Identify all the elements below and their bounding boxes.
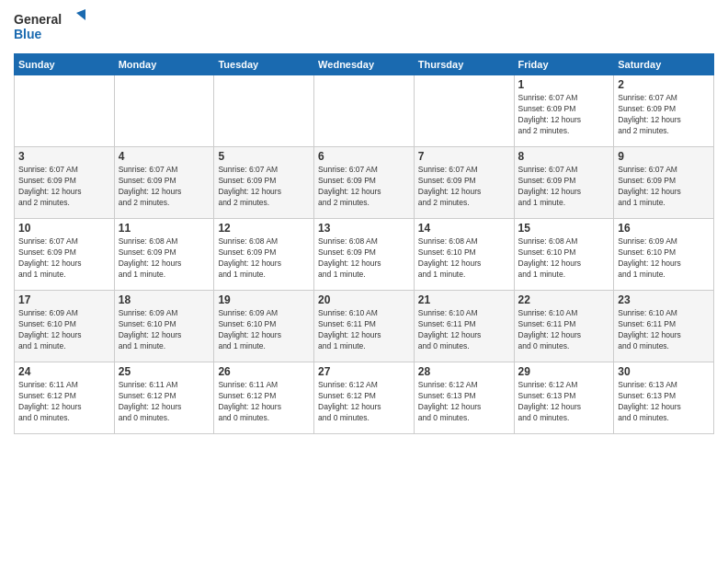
week-row-3: 17Sunrise: 6:09 AMSunset: 6:10 PMDayligh… [15, 291, 714, 362]
day-info: Sunrise: 6:07 AMSunset: 6:09 PMDaylight:… [119, 165, 210, 209]
day-number: 19 [218, 293, 310, 306]
calendar-cell: 30Sunrise: 6:13 AMSunset: 6:13 PMDayligh… [614, 362, 714, 434]
day-number: 16 [618, 222, 710, 235]
calendar-cell: 26Sunrise: 6:11 AMSunset: 6:12 PMDayligh… [214, 362, 314, 434]
day-number: 25 [119, 365, 210, 378]
logo-svg: General Blue [14, 9, 87, 46]
calendar-cell: 10Sunrise: 6:07 AMSunset: 6:09 PMDayligh… [15, 219, 115, 291]
calendar-cell: 19Sunrise: 6:09 AMSunset: 6:10 PMDayligh… [214, 291, 314, 362]
calendar-cell: 22Sunrise: 6:10 AMSunset: 6:11 PMDayligh… [514, 291, 614, 362]
day-number: 2 [618, 78, 710, 91]
calendar-cell [414, 75, 514, 147]
week-row-0: 1Sunrise: 6:07 AMSunset: 6:09 PMDaylight… [15, 75, 714, 147]
day-number: 18 [119, 293, 210, 306]
weekday-header-sunday: Sunday [15, 54, 115, 75]
day-number: 22 [518, 293, 610, 306]
week-row-4: 24Sunrise: 6:11 AMSunset: 6:12 PMDayligh… [15, 362, 714, 434]
day-info: Sunrise: 6:07 AMSunset: 6:09 PMDaylight:… [518, 165, 610, 209]
day-number: 21 [418, 293, 510, 306]
day-number: 20 [318, 293, 410, 306]
day-info: Sunrise: 6:10 AMSunset: 6:11 PMDaylight:… [518, 308, 610, 352]
calendar-cell: 23Sunrise: 6:10 AMSunset: 6:11 PMDayligh… [614, 291, 714, 362]
week-row-2: 10Sunrise: 6:07 AMSunset: 6:09 PMDayligh… [15, 219, 714, 291]
calendar-cell: 24Sunrise: 6:11 AMSunset: 6:12 PMDayligh… [15, 362, 115, 434]
calendar-cell: 2Sunrise: 6:07 AMSunset: 6:09 PMDaylight… [614, 75, 714, 147]
day-info: Sunrise: 6:09 AMSunset: 6:10 PMDaylight:… [18, 308, 110, 352]
calendar-cell: 12Sunrise: 6:08 AMSunset: 6:09 PMDayligh… [214, 219, 314, 291]
day-info: Sunrise: 6:12 AMSunset: 6:12 PMDaylight:… [318, 380, 410, 424]
day-number: 9 [618, 150, 710, 163]
svg-marker-2 [76, 9, 85, 20]
day-number: 12 [218, 222, 310, 235]
day-number: 14 [418, 222, 510, 235]
day-info: Sunrise: 6:10 AMSunset: 6:11 PMDaylight:… [318, 308, 410, 352]
weekday-header-thursday: Thursday [414, 54, 514, 75]
day-number: 11 [119, 222, 210, 235]
calendar-cell: 4Sunrise: 6:07 AMSunset: 6:09 PMDaylight… [114, 147, 214, 219]
day-info: Sunrise: 6:12 AMSunset: 6:13 PMDaylight:… [418, 380, 510, 424]
calendar-cell: 6Sunrise: 6:07 AMSunset: 6:09 PMDaylight… [314, 147, 415, 219]
day-number: 7 [418, 150, 510, 163]
calendar-cell: 29Sunrise: 6:12 AMSunset: 6:13 PMDayligh… [514, 362, 614, 434]
day-number: 28 [418, 365, 510, 378]
weekday-header-row: SundayMondayTuesdayWednesdayThursdayFrid… [15, 54, 714, 75]
day-number: 3 [18, 150, 110, 163]
day-info: Sunrise: 6:08 AMSunset: 6:09 PMDaylight:… [218, 236, 310, 281]
svg-text:Blue: Blue [14, 27, 42, 41]
calendar-cell: 20Sunrise: 6:10 AMSunset: 6:11 PMDayligh… [314, 291, 415, 362]
weekday-header-tuesday: Tuesday [214, 54, 314, 75]
weekday-header-saturday: Saturday [614, 54, 714, 75]
calendar-cell: 27Sunrise: 6:12 AMSunset: 6:12 PMDayligh… [314, 362, 415, 434]
calendar-cell: 5Sunrise: 6:07 AMSunset: 6:09 PMDaylight… [214, 147, 314, 219]
day-number: 17 [18, 293, 110, 306]
logo: General Blue [14, 9, 87, 46]
day-info: Sunrise: 6:09 AMSunset: 6:10 PMDaylight:… [119, 308, 210, 352]
calendar-cell: 15Sunrise: 6:08 AMSunset: 6:10 PMDayligh… [514, 219, 614, 291]
day-number: 10 [18, 222, 110, 235]
day-info: Sunrise: 6:07 AMSunset: 6:09 PMDaylight:… [18, 236, 110, 281]
day-number: 4 [119, 150, 210, 163]
day-info: Sunrise: 6:07 AMSunset: 6:09 PMDaylight:… [518, 93, 610, 137]
day-number: 13 [318, 222, 410, 235]
day-info: Sunrise: 6:08 AMSunset: 6:10 PMDaylight:… [418, 236, 510, 281]
calendar-cell [15, 75, 115, 147]
day-info: Sunrise: 6:07 AMSunset: 6:09 PMDaylight:… [18, 165, 110, 209]
calendar-cell: 13Sunrise: 6:08 AMSunset: 6:09 PMDayligh… [314, 219, 415, 291]
day-number: 15 [518, 222, 610, 235]
calendar-cell: 11Sunrise: 6:08 AMSunset: 6:09 PMDayligh… [114, 219, 214, 291]
day-number: 1 [518, 78, 610, 91]
calendar-cell: 25Sunrise: 6:11 AMSunset: 6:12 PMDayligh… [114, 362, 214, 434]
day-info: Sunrise: 6:09 AMSunset: 6:10 PMDaylight:… [218, 308, 310, 352]
calendar-cell: 28Sunrise: 6:12 AMSunset: 6:13 PMDayligh… [414, 362, 514, 434]
day-number: 8 [518, 150, 610, 163]
calendar-cell [214, 75, 314, 147]
day-number: 24 [18, 365, 110, 378]
calendar-cell: 18Sunrise: 6:09 AMSunset: 6:10 PMDayligh… [114, 291, 214, 362]
calendar-cell: 14Sunrise: 6:08 AMSunset: 6:10 PMDayligh… [414, 219, 514, 291]
day-number: 5 [218, 150, 310, 163]
calendar-cell: 7Sunrise: 6:07 AMSunset: 6:09 PMDaylight… [414, 147, 514, 219]
day-info: Sunrise: 6:11 AMSunset: 6:12 PMDaylight:… [119, 380, 210, 424]
calendar-cell: 9Sunrise: 6:07 AMSunset: 6:09 PMDaylight… [614, 147, 714, 219]
day-info: Sunrise: 6:13 AMSunset: 6:13 PMDaylight:… [618, 380, 710, 424]
calendar-cell: 16Sunrise: 6:09 AMSunset: 6:10 PMDayligh… [614, 219, 714, 291]
day-info: Sunrise: 6:10 AMSunset: 6:11 PMDaylight:… [618, 308, 710, 352]
calendar-cell [114, 75, 214, 147]
svg-text:General: General [14, 12, 62, 27]
calendar-cell: 3Sunrise: 6:07 AMSunset: 6:09 PMDaylight… [15, 147, 115, 219]
day-info: Sunrise: 6:11 AMSunset: 6:12 PMDaylight:… [218, 380, 310, 424]
week-row-1: 3Sunrise: 6:07 AMSunset: 6:09 PMDaylight… [15, 147, 714, 219]
day-info: Sunrise: 6:08 AMSunset: 6:10 PMDaylight:… [518, 236, 610, 281]
day-number: 29 [518, 365, 610, 378]
day-info: Sunrise: 6:07 AMSunset: 6:09 PMDaylight:… [618, 165, 710, 209]
calendar-table: SundayMondayTuesdayWednesdayThursdayFrid… [14, 53, 714, 434]
day-info: Sunrise: 6:12 AMSunset: 6:13 PMDaylight:… [518, 380, 610, 424]
day-info: Sunrise: 6:07 AMSunset: 6:09 PMDaylight:… [618, 93, 710, 137]
weekday-header-friday: Friday [514, 54, 614, 75]
day-number: 23 [618, 293, 710, 306]
weekday-header-wednesday: Wednesday [314, 54, 415, 75]
day-number: 6 [318, 150, 410, 163]
main-container: General Blue SundayMondayTuesdayWednesda… [0, 0, 728, 439]
calendar-cell: 1Sunrise: 6:07 AMSunset: 6:09 PMDaylight… [514, 75, 614, 147]
day-info: Sunrise: 6:11 AMSunset: 6:12 PMDaylight:… [18, 380, 110, 424]
